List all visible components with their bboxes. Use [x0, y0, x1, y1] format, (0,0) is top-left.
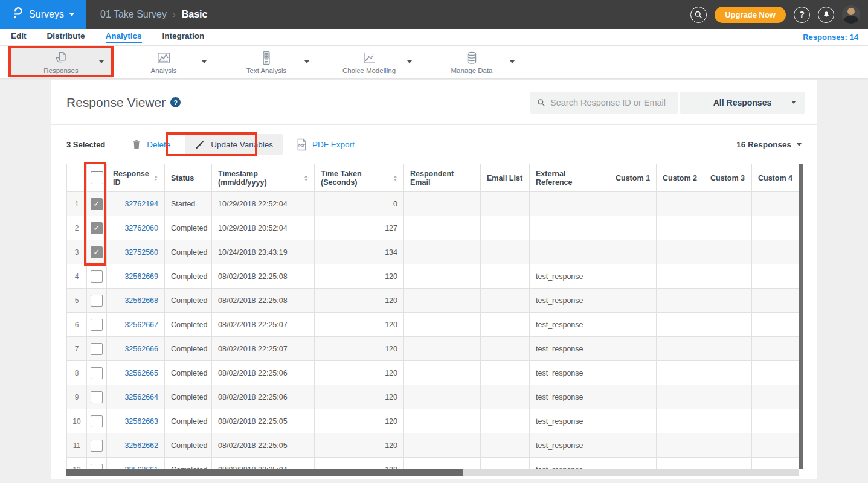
column-header-time-taken-seconds-[interactable]: Time Taken (Seconds): [315, 164, 404, 192]
chevron-down-icon[interactable]: [99, 60, 104, 63]
notifications-bell-icon[interactable]: [818, 7, 834, 23]
toolbar-item-responses[interactable]: Responses: [10, 46, 112, 78]
cell-respondent_email: [404, 192, 481, 216]
pdf-file-icon[interactable]: PDF: [296, 138, 307, 151]
cell-respondent_email: [404, 433, 481, 458]
cell-timestamp: 08/02/2018 22:25:06: [212, 385, 315, 409]
help-icon[interactable]: ?: [794, 7, 810, 23]
toolbar-item-analysis[interactable]: Analysis: [112, 46, 215, 78]
breadcrumb-survey-name[interactable]: 01 Take Survey: [100, 9, 167, 20]
response-filter-dropdown[interactable]: All Responses: [680, 92, 805, 114]
column-header-timestamp-mm-dd-yyyy-[interactable]: Timestamp (mm/dd/yyyy): [212, 164, 315, 192]
table-row: 1✓32762194Started10/29/2018 22:52:040: [67, 192, 799, 216]
product-switcher[interactable]: Surveys: [0, 0, 86, 29]
cell-custom1: [609, 289, 657, 313]
chevron-down-icon: [797, 143, 802, 146]
row-checkbox[interactable]: [91, 391, 103, 403]
toolbar-item-label: Analysis: [151, 67, 177, 74]
cell-time_taken: 120: [315, 458, 404, 470]
responses-count-dropdown[interactable]: 16 Responses: [736, 140, 802, 149]
cell-custom1: [609, 409, 657, 433]
table-row: 3✓32752560Completed10/24/2018 23:43:1913…: [67, 240, 799, 264]
row-number: 6: [67, 313, 87, 337]
cell-status: Completed: [165, 433, 212, 458]
vertical-scrollbar[interactable]: [799, 164, 803, 469]
row-checkbox[interactable]: [91, 440, 103, 452]
response-id-link[interactable]: 32562668: [124, 296, 158, 305]
row-checkbox[interactable]: [91, 319, 103, 331]
response-id-link[interactable]: 32752560: [124, 248, 158, 257]
chevron-down-icon[interactable]: [304, 60, 309, 63]
row-checkbox[interactable]: [91, 295, 103, 307]
row-checkbox[interactable]: ✓: [91, 246, 103, 258]
column-header-external-reference: External Reference: [530, 164, 609, 192]
search-input[interactable]: [550, 98, 671, 107]
row-number: 5: [67, 289, 87, 313]
chevron-down-icon[interactable]: [407, 60, 412, 63]
row-number: 4: [67, 264, 87, 289]
nav-tab-analytics[interactable]: Analytics: [106, 31, 142, 43]
survey-nav: EditDistributeAnalyticsIntegration Respo…: [0, 29, 868, 46]
column-header-response-id[interactable]: Response ID: [107, 164, 165, 192]
cell-email_list: [481, 337, 530, 361]
pdf-export-button[interactable]: PDF Export: [312, 140, 355, 149]
cell-respondent_email: [404, 289, 481, 313]
response-id-link[interactable]: 32562665: [124, 369, 158, 377]
chevron-down-icon[interactable]: [202, 60, 207, 63]
response-id-link[interactable]: 32562667: [124, 321, 158, 329]
cell-status: Completed: [165, 337, 212, 361]
cell-respondent_email: [404, 313, 481, 337]
chevron-down-icon[interactable]: [510, 60, 515, 63]
update-variables-button[interactable]: Update Variables: [185, 134, 283, 155]
column-label: External Reference: [536, 170, 603, 187]
row-checkbox[interactable]: [91, 464, 103, 470]
cell-external_reference: test_response: [530, 337, 609, 361]
response-id-link[interactable]: 32762194: [124, 200, 158, 208]
upgrade-now-button[interactable]: Upgrade Now: [715, 7, 786, 23]
search-icon[interactable]: [690, 7, 707, 23]
response-id-link[interactable]: 32562663: [124, 417, 158, 426]
toolbar-item-choice-modelling[interactable]: Choice Modelling: [318, 46, 420, 78]
response-id-link[interactable]: 32562669: [124, 272, 158, 281]
row-checkbox[interactable]: ✓: [91, 222, 103, 234]
nav-tab-distribute[interactable]: Distribute: [47, 31, 85, 43]
breadcrumb: 01 Take Survey › Basic: [100, 9, 207, 20]
response-id-link[interactable]: 32562662: [124, 441, 158, 450]
cell-custom3: [704, 289, 752, 313]
row-checkbox[interactable]: [91, 367, 103, 379]
trash-icon[interactable]: [132, 139, 141, 150]
cell-timestamp: 08/02/2018 22:25:07: [212, 313, 315, 337]
nav-tab-integration[interactable]: Integration: [162, 31, 205, 43]
row-checkbox[interactable]: [91, 270, 103, 283]
row-checkbox[interactable]: [91, 415, 103, 427]
cell-custom4: [752, 458, 799, 470]
nav-tab-edit[interactable]: Edit: [11, 31, 27, 43]
column-header-custom-2: Custom 2: [657, 164, 704, 192]
select-all-checkbox[interactable]: [91, 171, 103, 184]
cell-custom3: [704, 313, 752, 337]
cell-custom1: [609, 361, 657, 385]
response-id-link[interactable]: 32762060: [124, 224, 158, 232]
delete-button[interactable]: Delete: [147, 140, 170, 149]
response-id-link[interactable]: 32562664: [124, 393, 158, 401]
breadcrumb-page-name: Basic: [182, 9, 208, 20]
cell-external_reference: test_response: [530, 385, 609, 409]
cell-custom3: [704, 361, 752, 385]
column-header-custom-1: Custom 1: [609, 164, 657, 192]
toolbar-item-manage-data[interactable]: Manage Data: [420, 46, 523, 78]
title-help-icon[interactable]: ?: [170, 97, 181, 107]
row-checkbox[interactable]: ✓: [91, 198, 103, 210]
horizontal-scrollbar-thumb[interactable]: [66, 469, 463, 476]
column-label: Email List: [487, 174, 522, 182]
cell-email_list: [481, 385, 530, 409]
horizontal-scrollbar-track[interactable]: [66, 469, 799, 476]
response-id-link[interactable]: 32562666: [124, 345, 158, 353]
cell-timestamp: 10/29/2018 22:52:04: [212, 192, 315, 216]
response-search-box: [530, 92, 678, 114]
cell-timestamp: 10/29/2018 20:52:04: [212, 216, 315, 240]
row-checkbox[interactable]: [91, 343, 103, 355]
user-avatar[interactable]: [842, 5, 860, 24]
toolbar-item-text-analysis[interactable]: Text Analysis: [215, 46, 318, 78]
column-label: Custom 3: [710, 174, 745, 182]
row-checkbox-cell: [87, 361, 107, 385]
